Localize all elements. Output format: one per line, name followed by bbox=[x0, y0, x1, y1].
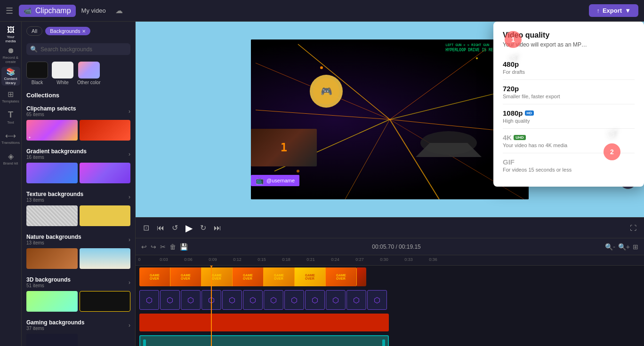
ruler-mark-6: 0:06 bbox=[184, 257, 193, 262]
sidebar-item-transitions[interactable]: ⟷ Transitions bbox=[1, 129, 20, 148]
sidebar-scroll: Clipchamp selects 65 items › ✦ Gradient … bbox=[22, 102, 135, 346]
twitch-seg-7[interactable]: ⬡ bbox=[264, 290, 283, 310]
gaming-backgrounds-header[interactable]: Gaming backgrounds 37 items › bbox=[26, 319, 130, 331]
twitch-overlay: 📺 @username bbox=[251, 175, 299, 186]
swatch-other-color[interactable]: Other color bbox=[77, 62, 100, 85]
zoom-controls: 🔍- 🔍+ ⊞ bbox=[605, 243, 638, 251]
filter-close-icon[interactable]: ✕ bbox=[82, 29, 86, 34]
game-over-seg-3[interactable]: GAMEOVER bbox=[201, 267, 233, 286]
game-over-seg-8[interactable] bbox=[357, 267, 366, 286]
game-over-seg-2[interactable]: GAMEOVER bbox=[170, 267, 201, 286]
rewind-button[interactable]: ↺ bbox=[172, 223, 178, 232]
templates-icon: ⊞ bbox=[8, 90, 14, 99]
sidebar-item-text[interactable]: T Text bbox=[1, 108, 20, 127]
texture-backgrounds-header[interactable]: Texture backgrounds 13 items › bbox=[26, 191, 130, 203]
nature-backgrounds-header[interactable]: Nature backgrounds 13 items › bbox=[26, 234, 130, 245]
red-track-bar[interactable] bbox=[139, 314, 389, 331]
clipchamp-thumb-2[interactable] bbox=[80, 120, 131, 141]
clipchamp-selects-header[interactable]: Clipchamp selects 65 items › bbox=[26, 105, 130, 117]
game-over-seg-1[interactable]: GAMEOVER bbox=[139, 267, 170, 286]
3d-backgrounds-header[interactable]: 3D backgrounds 51 items › bbox=[26, 276, 130, 288]
texture-thumb-1[interactable] bbox=[26, 205, 78, 226]
nature-backgrounds-thumbnails bbox=[26, 248, 130, 269]
vq-option-gif[interactable]: GIF For videos 15 seconds or less bbox=[503, 153, 635, 177]
game-over-seg-4[interactable]: GAMEOVER bbox=[233, 267, 264, 286]
skip-forward-button[interactable]: ⏭ bbox=[214, 224, 221, 232]
fast-forward-button[interactable]: ↻ bbox=[200, 223, 206, 232]
sidebar-item-templates[interactable]: ⊞ Templates bbox=[1, 87, 20, 106]
svg-line-6 bbox=[345, 119, 390, 199]
sidebar-item-your-media[interactable]: 🖼 Your media bbox=[1, 25, 20, 44]
sidebar-item-record[interactable]: ⏺ Record & create bbox=[1, 46, 20, 65]
nature-thumb-1[interactable] bbox=[26, 248, 78, 269]
vq-option-720p[interactable]: 720p Smaller file, faster export bbox=[503, 80, 635, 104]
text-icon: T bbox=[8, 110, 13, 120]
nature-thumb-2[interactable] bbox=[80, 248, 131, 269]
cyan-track-bar[interactable] bbox=[139, 335, 389, 346]
search-box: 🔍 bbox=[26, 43, 130, 55]
main-area: 🖼 Your media ⏺ Record & create 📚 Content… bbox=[0, 22, 644, 346]
vq-option-4k[interactable]: 4K UHD Your video has no 4K media bbox=[503, 129, 635, 153]
twitch-seg-10[interactable]: ⬡ bbox=[326, 290, 346, 310]
twitch-seg-6[interactable]: ⬡ bbox=[243, 290, 263, 310]
filter-backgrounds-tag[interactable]: Backgrounds ✕ bbox=[45, 27, 90, 35]
caption-toggle-button[interactable]: ⊡ bbox=[143, 223, 149, 232]
video-frame: 🎮 LEFT GUN < > RIGHT GUN HYPERLOOP DRIVE… bbox=[251, 39, 529, 199]
redo-button[interactable]: ↪ bbox=[151, 243, 156, 251]
vq-option-480p[interactable]: 480p For drafts bbox=[503, 55, 635, 80]
sidebar-item-content-library[interactable]: 📚 Content library bbox=[1, 67, 20, 86]
gradient-backgrounds-header[interactable]: Gradient backgrounds 16 items › bbox=[26, 148, 130, 160]
cyan-track-handle-left[interactable] bbox=[143, 339, 146, 346]
track-media-cyan bbox=[136, 333, 644, 346]
ruler-mark-36: 0:36 bbox=[429, 257, 437, 262]
twitch-seg-11[interactable]: ⬡ bbox=[346, 290, 366, 310]
twitch-seg-12[interactable]: ⬡ bbox=[367, 290, 387, 310]
game-over-seg-5[interactable]: GAMEOVER bbox=[264, 267, 295, 286]
skip-back-button[interactable]: ⏮ bbox=[157, 224, 164, 232]
collection-gaming-backgrounds: Gaming backgrounds 37 items › bbox=[22, 315, 135, 346]
game-over-seg-7[interactable]: GAMEOVER bbox=[326, 267, 357, 286]
video-title[interactable]: My video bbox=[81, 7, 106, 14]
svg-text:🎮: 🎮 bbox=[321, 86, 332, 97]
game-over-seg-6[interactable]: GAMEOVER bbox=[295, 267, 326, 286]
undo-button[interactable]: ↩ bbox=[141, 243, 147, 251]
twitch-seg-1[interactable]: ⬡ bbox=[139, 290, 159, 310]
vq-option-1080p[interactable]: 1080p HD High quality bbox=[503, 104, 635, 129]
twitch-seg-5[interactable]: ⬡ bbox=[222, 290, 242, 310]
zoom-in-button[interactable]: 🔍+ bbox=[618, 243, 630, 251]
swatch-white[interactable]: White bbox=[52, 62, 73, 85]
search-input[interactable] bbox=[40, 46, 127, 53]
export-button[interactable]: ↑ Export ▼ bbox=[589, 4, 638, 17]
cut-button[interactable]: ✂ bbox=[160, 243, 166, 251]
twitch-seg-2[interactable]: ⬡ bbox=[160, 290, 180, 310]
3d-thumb-2[interactable] bbox=[80, 291, 131, 312]
save-button[interactable]: 💾 bbox=[180, 243, 188, 251]
gaming-thumb-1[interactable] bbox=[26, 334, 78, 346]
twitch-seg-3[interactable]: ⬡ bbox=[181, 290, 201, 310]
texture-thumb-2[interactable] bbox=[80, 205, 131, 226]
track-twitch: ⬡ ⬡ ⬡ ⬡ ⬡ ⬡ ⬡ ⬡ ⬡ ⬡ ⬡ ⬡ bbox=[136, 288, 644, 312]
swatch-black[interactable]: Black bbox=[26, 62, 48, 85]
vq-4k-desc: Your video has no 4K media bbox=[503, 142, 635, 148]
twitch-seg-4[interactable]: ⬡ bbox=[201, 290, 221, 310]
twitch-seg-8[interactable]: ⬡ bbox=[284, 290, 304, 310]
export-chevron: ▼ bbox=[625, 7, 631, 14]
play-button[interactable]: ▶ bbox=[185, 222, 193, 234]
fit-button[interactable]: ⊞ bbox=[633, 243, 638, 251]
gradient-thumb-2[interactable] bbox=[80, 163, 131, 183]
gradient-thumb-1[interactable] bbox=[26, 163, 78, 183]
delete-button[interactable]: 🗑 bbox=[169, 243, 176, 251]
3d-thumb-1[interactable] bbox=[26, 291, 78, 312]
vq-gif-label: GIF bbox=[503, 158, 635, 166]
cyan-track-handle-right[interactable] bbox=[382, 339, 385, 346]
filter-all-tag[interactable]: All bbox=[26, 26, 42, 36]
zoom-out-button[interactable]: 🔍- bbox=[605, 243, 615, 251]
sidebar-item-brand-kit[interactable]: ◈ Brand kit bbox=[1, 149, 20, 168]
ruler-mark-33: 0:33 bbox=[404, 257, 413, 262]
twitch-logo: 📺 bbox=[256, 177, 264, 184]
clipchamp-thumb-1[interactable]: ✦ bbox=[26, 120, 78, 141]
menu-icon[interactable]: ☰ bbox=[6, 6, 13, 16]
game-over-segments: GAMEOVER GAMEOVER GAMEOVER GAMEOVER GAME… bbox=[139, 267, 366, 286]
fullscreen-button[interactable]: ⛶ bbox=[630, 224, 636, 232]
twitch-seg-9[interactable]: ⬡ bbox=[305, 290, 325, 310]
